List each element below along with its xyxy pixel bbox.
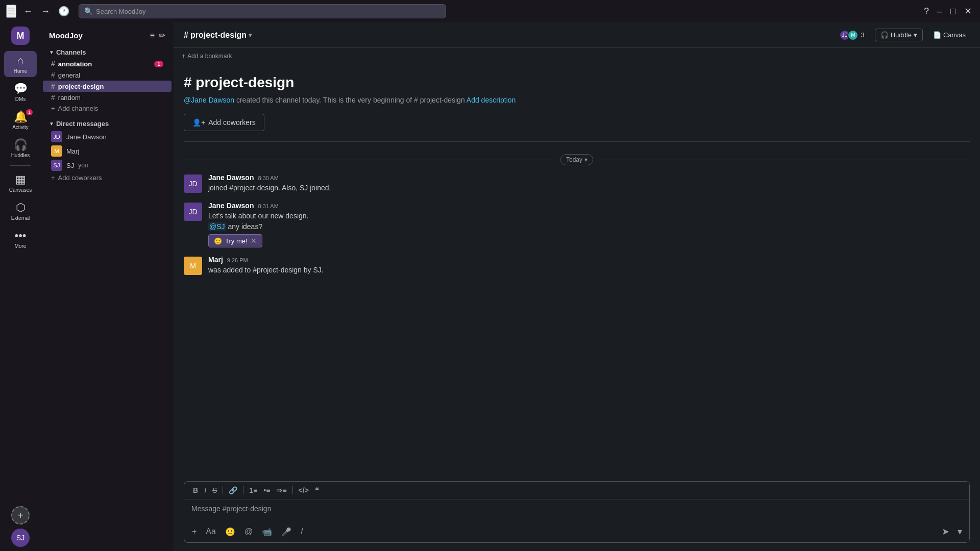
text-format-button[interactable]: Aa bbox=[203, 525, 218, 538]
msg1-content: Jane Dawson 8:30 AM joined #project-desi… bbox=[208, 173, 970, 193]
activity-icon: 🔔 bbox=[14, 110, 28, 123]
maximize-button[interactable]: □ bbox=[948, 4, 958, 19]
dm-item-sj[interactable]: SJ SJ you bbox=[43, 158, 172, 172]
close-button[interactable]: ✕ bbox=[962, 4, 974, 19]
video-button[interactable]: 📹 bbox=[259, 525, 275, 538]
code-button[interactable]: </> bbox=[296, 485, 311, 496]
sidebar-item-random[interactable]: # random bbox=[43, 92, 172, 103]
message-group-2: JD Jane Dawson 8:31 AM Let's talk about … bbox=[184, 202, 970, 247]
msg3-header: Marj 9:26 PM bbox=[208, 256, 970, 264]
add-coworkers-label: Add coworkers bbox=[58, 174, 102, 182]
intro-desc-text: created this channel today. This is the … bbox=[234, 96, 467, 104]
channels-section-header[interactable]: ▼ Channels bbox=[41, 46, 174, 58]
message-group-3: M Marj 9:26 PM was added to #project-des… bbox=[184, 256, 970, 276]
plus-icon: + bbox=[51, 105, 55, 112]
main-layout: M ⌂ Home 💬 DMs 🔔 1 Activity 🎧 Huddles ▦ … bbox=[0, 22, 980, 551]
rail-item-activity[interactable]: 🔔 1 Activity bbox=[4, 107, 37, 133]
rail-item-dms[interactable]: 💬 DMs bbox=[4, 79, 37, 105]
send-button[interactable]: ➤ bbox=[940, 524, 951, 539]
try-me-emoji: 🙂 bbox=[214, 237, 222, 245]
sidebar-item-project-design[interactable]: # project-design bbox=[43, 81, 172, 92]
add-coworkers-button[interactable]: 👤+ Add coworkers bbox=[184, 114, 264, 131]
user-avatar[interactable]: SJ bbox=[11, 529, 30, 547]
msg2-username: Jane Dawson bbox=[208, 202, 254, 210]
msg1-header: Jane Dawson 8:30 AM bbox=[208, 173, 970, 182]
emoji-button[interactable]: 🙂 bbox=[223, 525, 238, 538]
msg3-text: was added to #project-design by SJ. bbox=[208, 265, 970, 276]
rail-label-canvases: Canvases bbox=[9, 187, 32, 193]
nav-buttons: ← → 🕐 bbox=[20, 4, 75, 19]
channel-intro-title: # project-design bbox=[184, 74, 970, 91]
activity-badge: 1 bbox=[26, 109, 33, 115]
channel-header-name: project-design bbox=[190, 31, 247, 40]
dm-item-marj[interactable]: M Marj bbox=[43, 144, 172, 158]
slash-command-button[interactable]: / bbox=[298, 525, 305, 538]
sidebar-icon-group: ≡ ✏ bbox=[150, 31, 165, 40]
msg2-time: 8:31 AM bbox=[258, 203, 278, 209]
blockquote-button[interactable]: ❝ bbox=[312, 485, 322, 496]
history-button[interactable]: 🕐 bbox=[55, 4, 72, 19]
add-bookmark-button[interactable]: + Add a bookmark bbox=[182, 53, 232, 60]
search-bar[interactable]: 🔍 bbox=[79, 4, 446, 18]
huddle-button[interactable]: 🎧 Huddle ▾ bbox=[875, 29, 923, 41]
rail-label-activity: Activity bbox=[12, 124, 29, 130]
try-me-close-icon[interactable]: ✕ bbox=[251, 237, 257, 245]
rail-item-huddles[interactable]: 🎧 Huddles bbox=[4, 135, 37, 161]
add-channels-item[interactable]: + Add channels bbox=[43, 103, 172, 114]
rail-item-home[interactable]: ⌂ Home bbox=[4, 51, 37, 77]
audio-button[interactable]: 🎤 bbox=[279, 525, 294, 538]
message-input[interactable]: Message #project-design bbox=[184, 499, 969, 522]
channel-name-general: general bbox=[58, 71, 80, 79]
toolbar-sep-2 bbox=[243, 486, 243, 494]
divider-line-left bbox=[184, 160, 554, 160]
date-label: Today bbox=[566, 156, 582, 163]
channel-name-project-design: project-design bbox=[58, 83, 104, 90]
menu-icon[interactable]: ☰ bbox=[6, 5, 16, 18]
workspace-logo[interactable]: M bbox=[11, 27, 30, 45]
msg1-text: joined #project-design. Also, SJ joined. bbox=[208, 183, 970, 193]
canvases-icon: ▦ bbox=[15, 173, 26, 186]
sidebar-item-general[interactable]: # general bbox=[43, 69, 172, 81]
workspace-name[interactable]: MoodJoy bbox=[49, 31, 83, 40]
messages-area[interactable]: # project-design @Jane Dawson created th… bbox=[174, 64, 980, 475]
msg2-mention: @SJ bbox=[208, 222, 226, 231]
indent-button[interactable]: ⇒≡ bbox=[274, 485, 289, 496]
add-description-link[interactable]: Add description bbox=[467, 96, 516, 104]
minimize-button[interactable]: – bbox=[935, 4, 944, 19]
bold-button[interactable]: B bbox=[190, 485, 201, 496]
add-channels-label: Add channels bbox=[58, 105, 99, 112]
dm-arrow-icon: ▼ bbox=[49, 121, 54, 127]
try-me-badge[interactable]: 🙂 Try me! ✕ bbox=[208, 234, 262, 247]
send-options-button[interactable]: ▾ bbox=[955, 524, 964, 539]
date-chevron-icon: ▾ bbox=[584, 156, 587, 163]
link-button[interactable]: 🔗 bbox=[226, 485, 240, 496]
italic-button[interactable]: I bbox=[202, 485, 209, 496]
rail-item-external[interactable]: ⬡ External bbox=[4, 198, 37, 224]
back-button[interactable]: ← bbox=[20, 4, 36, 19]
compose-icon[interactable]: ✏ bbox=[159, 31, 165, 40]
help-button[interactable]: ? bbox=[922, 4, 931, 19]
forward-button[interactable]: → bbox=[38, 4, 53, 19]
add-workspace-button[interactable]: + bbox=[11, 506, 30, 524]
strike-button[interactable]: S bbox=[210, 485, 219, 496]
msg1-avatar: JD bbox=[184, 174, 202, 193]
rail-item-more[interactable]: ••• More bbox=[4, 226, 37, 252]
search-input[interactable] bbox=[96, 8, 440, 15]
members-button[interactable]: JD M 3 bbox=[835, 28, 868, 43]
mention-button[interactable]: @ bbox=[242, 525, 255, 538]
dm-item-jane[interactable]: JD Jane Dawson bbox=[43, 130, 172, 144]
dm-name-jane: Jane Dawson bbox=[66, 133, 107, 141]
dm-section-header[interactable]: ▼ Direct messages bbox=[41, 118, 174, 130]
rail-item-canvases[interactable]: ▦ Canvases bbox=[4, 170, 37, 196]
channels-section-label: Channels bbox=[56, 48, 86, 56]
ordered-list-button[interactable]: 1≡ bbox=[247, 485, 260, 496]
creator-link[interactable]: @Jane Dawson bbox=[184, 96, 234, 104]
filter-icon[interactable]: ≡ bbox=[150, 31, 155, 40]
add-coworkers-item[interactable]: + Add coworkers bbox=[43, 172, 172, 183]
sidebar-item-annotation[interactable]: # annotation 1 bbox=[43, 58, 172, 69]
unordered-list-button[interactable]: •≡ bbox=[261, 485, 273, 496]
canvas-button[interactable]: 📄 Canvas bbox=[929, 29, 970, 41]
headphone-icon: 🎧 bbox=[880, 31, 889, 39]
plus-attach-button[interactable]: + bbox=[189, 525, 199, 538]
date-divider-button[interactable]: Today ▾ bbox=[560, 154, 593, 165]
